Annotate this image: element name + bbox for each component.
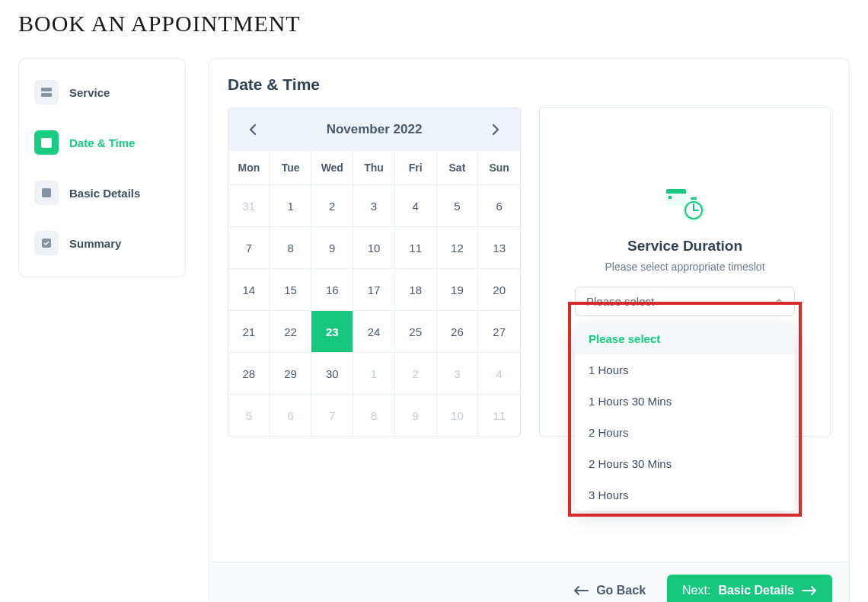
calendar-day[interactable]: 9	[311, 226, 353, 268]
calendar-day[interactable]: 29	[270, 352, 312, 394]
calendar-day[interactable]: 21	[228, 310, 270, 352]
svg-rect-0	[41, 88, 52, 91]
duration-icon	[663, 187, 707, 224]
service-icon	[34, 80, 59, 104]
calendar-month-label: November 2022	[327, 122, 423, 137]
calendar-day[interactable]: 19	[437, 268, 479, 310]
calendar-dow: Thu	[353, 151, 395, 184]
calendar-dow: Fri	[395, 151, 437, 184]
chevron-right-icon	[492, 124, 499, 135]
next-label: Basic Details	[718, 584, 794, 597]
calendar-prev-button[interactable]	[244, 120, 262, 139]
step-label: Service	[69, 86, 110, 99]
duration-select-value: Please select	[586, 295, 654, 308]
arrow-right-icon	[802, 586, 817, 595]
calendar-day[interactable]: 25	[395, 310, 437, 352]
calendar-day[interactable]: 14	[228, 268, 270, 310]
step-date-time[interactable]: Date & Time	[31, 123, 173, 162]
arrow-left-icon	[573, 586, 589, 595]
calendar-day[interactable]: 3	[437, 352, 479, 394]
calendar-day[interactable]: 8	[270, 226, 312, 268]
calendar-day[interactable]: 6	[270, 394, 312, 436]
calendar-day[interactable]: 1	[353, 352, 395, 394]
calendar-dow: Sun	[478, 151, 520, 184]
calendar-day[interactable]: 12	[437, 226, 479, 268]
calendar-day[interactable]: 31	[228, 184, 270, 226]
footer-bar: Go Back Next: Basic Details	[209, 562, 849, 602]
calendar-day[interactable]: 11	[395, 226, 437, 268]
calendar-day[interactable]: 20	[478, 268, 520, 310]
calendar-icon	[34, 130, 59, 155]
calendar-day[interactable]: 2	[311, 184, 353, 226]
next-prefix: Next:	[682, 584, 710, 597]
duration-subtitle: Please select appropriate timeslot	[570, 261, 799, 273]
calendar-dow: Sat	[437, 151, 479, 184]
main-panel: Date & Time November 2022 MonTueWedThuFr…	[209, 58, 850, 602]
calendar-dow: Tue	[270, 151, 312, 184]
duration-option[interactable]: 2 Hours 30 Mins	[575, 448, 795, 479]
calendar-dow: Mon	[228, 151, 270, 184]
step-service[interactable]: Service	[31, 72, 173, 112]
section-title: Date & Time	[209, 59, 849, 107]
calendar-day[interactable]: 6	[478, 184, 520, 226]
calendar-day[interactable]: 30	[311, 352, 353, 394]
next-button[interactable]: Next: Basic Details	[667, 575, 832, 602]
calendar-dow-row: MonTueWedThuFriSatSun	[228, 151, 520, 184]
calendar-day[interactable]: 13	[478, 226, 520, 268]
step-label: Basic Details	[69, 187, 140, 200]
calendar-body: 3112345678910111213141516171819202122232…	[228, 184, 520, 436]
calendar-day[interactable]: 9	[395, 394, 437, 436]
step-label: Date & Time	[69, 136, 135, 149]
step-label: Summary	[69, 237, 121, 250]
calendar-day[interactable]: 7	[311, 394, 353, 436]
calendar-day[interactable]: 5	[228, 394, 270, 436]
duration-option[interactable]: 2 Hours	[575, 417, 795, 448]
duration-option[interactable]: 1 Hours 30 Mins	[575, 386, 795, 417]
calendar-day[interactable]: 7	[228, 226, 270, 268]
calendar-day[interactable]: 27	[478, 310, 520, 352]
duration-dropdown: Please select1 Hours1 Hours 30 Mins2 Hou…	[575, 323, 795, 511]
calendar-day[interactable]: 4	[478, 352, 520, 394]
svg-rect-13	[691, 197, 697, 200]
calendar-day[interactable]: 17	[353, 268, 395, 310]
calendar-day[interactable]: 22	[270, 310, 312, 352]
calendar: November 2022 MonTueWedThuFriSatSun 3112…	[228, 107, 521, 437]
chevron-left-icon	[249, 124, 257, 135]
steps-sidebar: Service Date & Time Basic Details Summar…	[18, 58, 186, 277]
calendar-dow: Wed	[311, 151, 353, 184]
calendar-day[interactable]: 5	[437, 184, 479, 226]
duration-panel: Service Duration Please select appropria…	[539, 107, 831, 437]
calendar-day[interactable]: 16	[311, 268, 353, 310]
duration-option[interactable]: Please select	[575, 323, 795, 354]
svg-rect-7	[666, 194, 686, 206]
calendar-day[interactable]: 10	[437, 394, 479, 436]
page-title: BOOK AN APPOINTMENT	[18, 11, 850, 37]
calendar-day[interactable]: 18	[395, 268, 437, 310]
calendar-day[interactable]: 3	[353, 184, 395, 226]
duration-option[interactable]: 3 Hours	[575, 479, 795, 511]
step-basic-details[interactable]: Basic Details	[31, 173, 173, 213]
calendar-day[interactable]: 11	[478, 394, 520, 436]
calendar-day[interactable]: 1	[270, 184, 312, 226]
calendar-next-button[interactable]	[487, 120, 505, 139]
duration-title: Service Duration	[570, 238, 799, 255]
svg-rect-4	[42, 188, 51, 197]
calendar-day[interactable]: 4	[395, 184, 437, 226]
calendar-day[interactable]: 2	[395, 352, 437, 394]
calendar-day[interactable]: 10	[353, 226, 395, 268]
calendar-day[interactable]: 24	[353, 310, 395, 352]
summary-icon	[34, 231, 59, 255]
calendar-day[interactable]: 8	[353, 394, 395, 436]
duration-option[interactable]: 1 Hours	[575, 354, 795, 386]
duration-select[interactable]: Please select	[575, 287, 795, 316]
chevron-up-icon	[774, 299, 783, 305]
details-icon	[34, 181, 59, 205]
step-summary[interactable]: Summary	[31, 223, 173, 263]
calendar-day[interactable]: 23	[311, 310, 353, 352]
calendar-day[interactable]: 28	[228, 352, 270, 394]
svg-rect-1	[41, 93, 52, 97]
go-back-button[interactable]: Go Back	[573, 584, 646, 597]
calendar-day[interactable]: 15	[270, 268, 312, 310]
calendar-day[interactable]: 26	[437, 310, 479, 352]
svg-rect-3	[41, 138, 52, 141]
